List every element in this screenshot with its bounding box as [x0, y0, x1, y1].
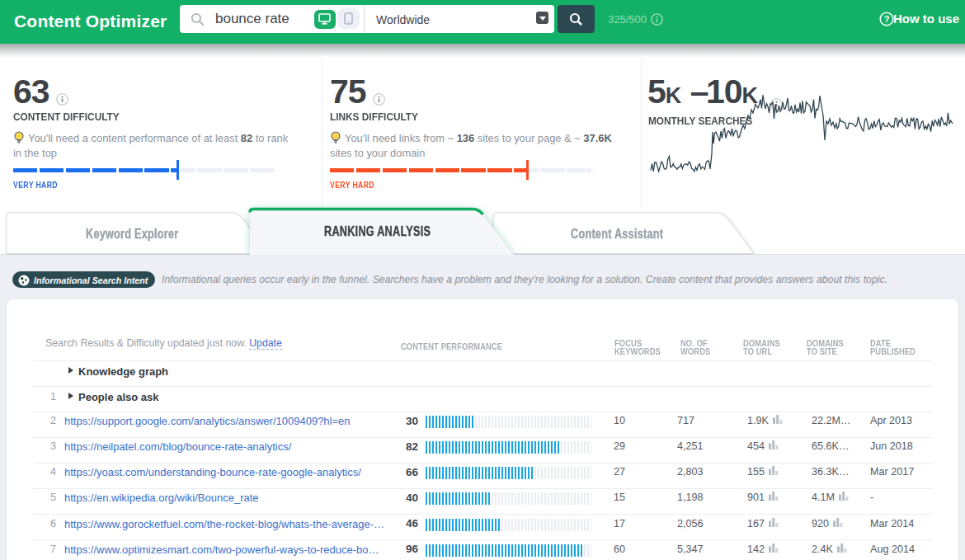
svg-text:?: ? — [884, 14, 890, 24]
